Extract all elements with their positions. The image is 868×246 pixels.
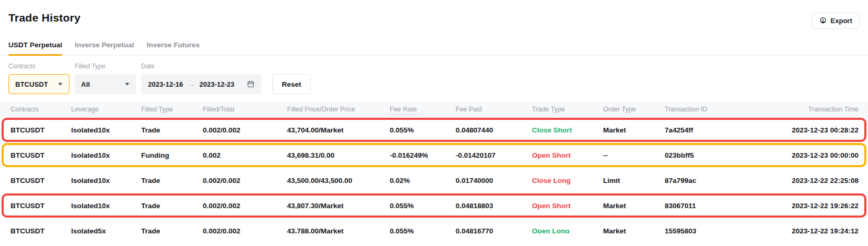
cell-trade_type: Close Long xyxy=(532,177,603,184)
export-button-label: Export xyxy=(831,17,852,25)
column-header-order_type: Order Type xyxy=(603,106,665,113)
tab-inverse-futures[interactable]: Inverse Futures xyxy=(147,41,200,55)
cell-filled_total: 0.002/0.002 xyxy=(203,177,287,184)
table-body: BTCUSDTIsolated10xTrade0.002/0.00243,704… xyxy=(0,117,868,243)
cell-tx_id: 023bbff5 xyxy=(665,151,748,159)
column-header-leverage: Leverage xyxy=(71,106,141,113)
cell-tx_id: 87a799ac xyxy=(665,177,748,184)
filled-type-filter: Filled Type All xyxy=(75,63,136,94)
cell-tx_time: 2023-12-22 22:25:08 xyxy=(748,177,859,184)
cell-fee_rate: 0.055% xyxy=(390,202,456,210)
cell-filled_total: 0.002 xyxy=(203,151,287,159)
table-row: BTCUSDTIsolated10xFunding0.00243,698.31/… xyxy=(0,142,868,168)
cell-filled_type: Trade xyxy=(141,126,203,134)
date-filter-label: Date xyxy=(141,63,261,70)
table-row: BTCUSDTIsolated10xTrade0.002/0.00243,807… xyxy=(0,193,868,218)
date-range-picker[interactable]: 2023-12-16 → 2023-12-23 xyxy=(141,74,261,94)
filled-type-select[interactable]: All xyxy=(75,74,136,94)
column-header-fee_paid: Fee Paid xyxy=(456,106,532,113)
cell-fee_paid: 0.04818803 xyxy=(456,202,532,210)
export-download-icon xyxy=(819,17,827,25)
cell-leverage: Isolated10x xyxy=(71,126,141,134)
cell-tx_id: 83067011 xyxy=(665,202,748,210)
cell-fee_rate: 0.02% xyxy=(390,177,456,184)
date-to-value: 2023-12-23 xyxy=(200,80,235,88)
filled-type-select-value: All xyxy=(81,80,90,88)
column-header-tx_id: Transaction ID xyxy=(665,106,748,113)
contracts-select-value: BTCUSDT xyxy=(15,80,48,88)
cell-contracts: BTCUSDT xyxy=(11,151,71,159)
column-header-filled_total: Filled/Total xyxy=(203,106,287,113)
cell-tx_time: 2023-12-23 00:28:22 xyxy=(748,126,859,134)
page-title: Trade History xyxy=(8,12,81,24)
reset-button[interactable]: Reset xyxy=(272,74,311,94)
cell-tx_id: 7a4254ff xyxy=(665,126,748,134)
cell-order_type: Market xyxy=(603,126,665,134)
cell-contracts: BTCUSDT xyxy=(11,177,71,184)
filled-type-filter-label: Filled Type xyxy=(75,63,136,70)
date-filter: Date 2023-12-16 → 2023-12-23 xyxy=(141,63,261,94)
cell-filled_type: Trade xyxy=(141,177,203,184)
table-header-row: ContractsLeverageFilled TypeFilled/Total… xyxy=(0,101,868,117)
contracts-select[interactable]: BTCUSDT xyxy=(8,74,70,94)
cell-fee_paid: 0.04807440 xyxy=(456,126,532,134)
viewport-clip-edge xyxy=(0,233,868,246)
cell-leverage: Isolated10x xyxy=(71,151,141,159)
cell-filled_total: 0.002/0.002 xyxy=(203,202,287,210)
cell-price: 43,698.31/0.00 xyxy=(287,151,390,159)
tab-inverse-perpetual[interactable]: Inverse Perpetual xyxy=(75,41,134,55)
cell-order_type: Limit xyxy=(603,177,665,184)
table-row: BTCUSDTIsolated10xTrade0.002/0.00243,500… xyxy=(0,168,868,193)
header-bar: Trade History Export xyxy=(0,0,868,29)
export-button[interactable]: Export xyxy=(812,13,860,29)
cell-tx_time: 2023-12-23 00:00:00 xyxy=(748,151,859,159)
cell-fee_paid: 0.01740000 xyxy=(456,177,532,184)
chevron-down-icon xyxy=(58,83,63,86)
cell-leverage: Isolated10x xyxy=(71,177,141,184)
cell-filled_type: Trade xyxy=(141,202,203,210)
cell-order_type: Market xyxy=(603,202,665,210)
cell-price: 43,704.00/Market xyxy=(287,126,390,134)
cell-leverage: Isolated10x xyxy=(71,202,141,210)
date-range-arrow-icon: → xyxy=(188,80,195,88)
cell-contracts: BTCUSDT xyxy=(11,202,71,210)
column-header-contracts: Contracts xyxy=(11,106,71,113)
cell-price: 43,500.00/43,500.00 xyxy=(287,177,390,184)
chevron-down-icon xyxy=(125,83,130,86)
filters-bar: Contracts BTCUSDT Filled Type All Date 2… xyxy=(0,63,868,94)
column-header-trade_type: Trade Type xyxy=(532,106,603,113)
cell-fee_paid: -0.01420107 xyxy=(456,151,532,159)
column-header-filled_type: Filled Type xyxy=(141,106,203,113)
cell-trade_type: Open Short xyxy=(532,151,603,159)
cell-fee_rate: 0.055% xyxy=(390,126,456,134)
calendar-icon xyxy=(247,80,254,88)
cell-trade_type: Close Short xyxy=(532,126,603,134)
trade-history-table: ContractsLeverageFilled TypeFilled/Total… xyxy=(0,101,868,243)
column-header-price: Filled Price/Order Price xyxy=(287,106,390,113)
table-row: BTCUSDTIsolated10xTrade0.002/0.00243,704… xyxy=(0,117,868,142)
cell-filled_type: Funding xyxy=(141,151,203,159)
contracts-filter-label: Contracts xyxy=(8,63,70,70)
cell-order_type: -- xyxy=(603,151,665,159)
cell-filled_total: 0.002/0.002 xyxy=(203,126,287,134)
date-from-value: 2023-12-16 xyxy=(148,80,183,88)
cell-fee_rate: -0.016249% xyxy=(390,151,456,159)
cell-tx_time: 2023-12-22 19:26:22 xyxy=(748,202,859,210)
column-header-fee_rate[interactable]: Fee Rate xyxy=(390,106,456,113)
tab-usdt-perpetual[interactable]: USDT Perpetual xyxy=(8,41,62,55)
tab-bar: USDT Perpetual Inverse Perpetual Inverse… xyxy=(0,41,868,56)
cell-price: 43,807.30/Market xyxy=(287,202,390,210)
cell-trade_type: Open Short xyxy=(532,202,603,210)
contracts-filter: Contracts BTCUSDT xyxy=(8,63,70,94)
cell-contracts: BTCUSDT xyxy=(11,126,71,134)
column-header-tx_time: Transaction Time xyxy=(748,106,859,113)
